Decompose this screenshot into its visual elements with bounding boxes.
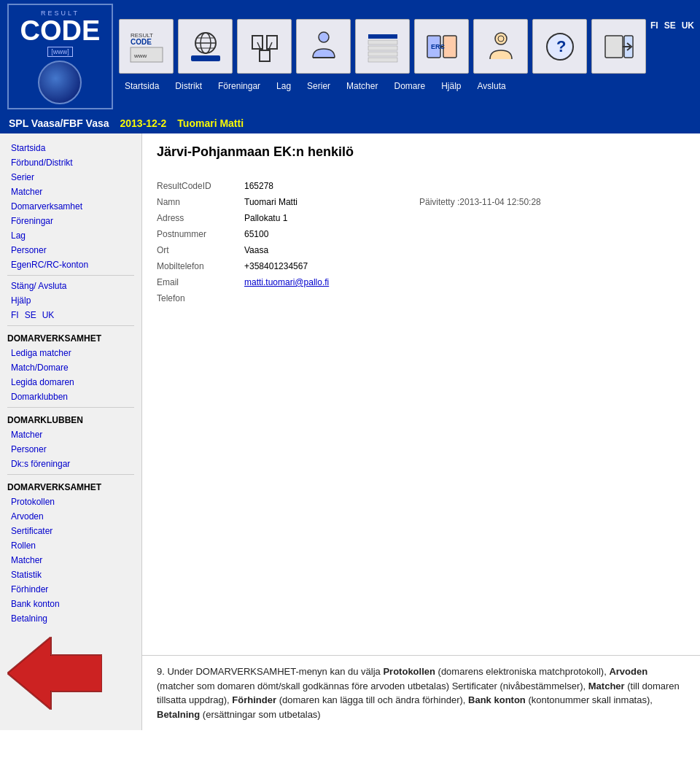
sidebar-domarklubben[interactable]: Domarklubben [0, 390, 141, 404]
sidebar-divider-2 [7, 325, 134, 326]
table-row: Namn Tuomari Matti Päivitetty :2013-11-0… [157, 194, 547, 210]
nav-domare[interactable]: Domare [388, 78, 431, 94]
domare-nav-icon[interactable] [473, 19, 528, 74]
field-label-ort: Ort [157, 242, 244, 258]
svg-rect-23 [443, 36, 456, 58]
table-row: Email matti.tuomari@pallo.fi [157, 274, 547, 290]
field-value-email: matti.tuomari@pallo.fi [244, 274, 390, 290]
svg-text:?: ? [556, 37, 566, 55]
nav-foreningar[interactable]: Föreningar [212, 78, 266, 94]
nav-lag[interactable]: Lag [271, 78, 297, 94]
distrikt-nav-icon[interactable] [178, 19, 233, 74]
sidebar-dk-personer[interactable]: Personer [0, 442, 141, 457]
logo-globe-icon [38, 61, 82, 104]
sidebar-lang: FI SE UK [0, 308, 141, 322]
field-value-adress: Pallokatu 1 [244, 210, 390, 226]
sidebar-protokollen[interactable]: Protokollen [0, 495, 141, 509]
sidebar-arvoden[interactable]: Arvoden [0, 509, 141, 524]
hjalp-nav-icon[interactable]: ? [532, 19, 587, 74]
email-link[interactable]: matti.tuomari@pallo.fi [244, 277, 329, 287]
field-label-adress: Adress [157, 210, 244, 226]
table-row: Mobiltelefon +358401234567 [157, 258, 547, 274]
sidebar-dv-matcher[interactable]: Matcher [0, 553, 141, 567]
sidebar-hjalp[interactable]: Hjälp [0, 293, 141, 308]
bold-matcher: Matcher [588, 681, 625, 691]
bold-betalning: Betalning [157, 709, 200, 720]
top-header: RESULT CODE [www] RESULT CODE www [0, 0, 700, 113]
nav-serier[interactable]: Serier [301, 78, 336, 94]
foreningar-nav-icon[interactable] [237, 19, 292, 74]
svg-rect-9 [191, 55, 220, 61]
sidebar-rollen[interactable]: Rollen [0, 538, 141, 553]
nav-distrikt[interactable]: Distrikt [169, 78, 208, 94]
sidebar-betalning[interactable]: Betalning [0, 611, 141, 626]
bold-protokollen: Protokollen [383, 666, 435, 677]
back-arrow-icon [7, 637, 102, 710]
table-row: Telefon [157, 290, 547, 306]
sidebar-serier[interactable]: Serier [0, 170, 141, 185]
bold-forhinder: Förhinder [232, 694, 276, 705]
sidebar-startsida[interactable]: Startsida [0, 141, 141, 155]
back-arrow-container[interactable] [7, 637, 134, 712]
sidebar-statistik[interactable]: Statistik [0, 567, 141, 582]
sidebar-stang[interactable]: Stäng/ Avsluta [0, 279, 141, 293]
sidebar-foreningar[interactable]: Föreningar [0, 214, 141, 228]
sidebar-dk-matcher[interactable]: Matcher [0, 427, 141, 442]
sidebar-match-domare[interactable]: Match/Domare [0, 360, 141, 375]
field-value-namn: Tuomari Matti [244, 194, 390, 210]
sidebar-forbund[interactable]: Förbund/Distrikt [0, 155, 141, 170]
sidebar-legida-domaren[interactable]: Legida domaren [0, 375, 141, 390]
bottom-paragraph: 9. Under DOMARVERKSAMHET-menyn kan du vä… [157, 665, 685, 721]
serier-nav-icon[interactable] [355, 19, 410, 74]
field-value-postnummer: 65100 [244, 226, 390, 242]
logo-www-text: [www] [47, 47, 73, 57]
lag-nav-icon[interactable] [296, 19, 351, 74]
field-value-telefon [244, 290, 390, 306]
avsluta-nav-icon[interactable] [591, 19, 646, 74]
nav-matcher[interactable]: Matcher [341, 78, 384, 94]
svg-rect-18 [368, 40, 397, 44]
field-value-ort: Vaasa [244, 242, 390, 258]
startsida-nav-icon[interactable]: RESULT CODE www [119, 19, 174, 74]
field-label-telefon: Telefon [157, 290, 244, 306]
club-name: SPL Vaasa/FBF Vasa [9, 117, 109, 129]
logo-inner: RESULT CODE [www] [20, 9, 101, 104]
svg-rect-30 [605, 36, 623, 58]
content-area: Järvi-Pohjanmaan EK:n henkilö ResultCode… [142, 133, 700, 655]
sidebar-domarverksamhet[interactable]: Domarverksamhet [0, 199, 141, 214]
sidebar-sertificater[interactable]: Sertificater [0, 524, 141, 538]
sidebar-lag[interactable]: Lag [0, 228, 141, 243]
svg-rect-20 [368, 52, 397, 56]
sidebar-lediga-matcher[interactable]: Lediga matcher [0, 346, 141, 360]
svg-text:CODE: CODE [131, 38, 152, 46]
sidebar-lang-uk[interactable]: UK [42, 310, 55, 320]
svg-point-15 [319, 32, 329, 42]
lang-fi[interactable]: FI [650, 20, 658, 31]
sidebar-matcher[interactable]: Matcher [0, 185, 141, 199]
nav-startsida[interactable]: Startsida [119, 78, 165, 94]
matcher-nav-icon[interactable]: ERC [414, 19, 469, 74]
sidebar-bank-konton[interactable]: Bank konton [0, 597, 141, 611]
lang-uk[interactable]: UK [682, 20, 694, 31]
svg-rect-12 [260, 50, 270, 61]
sidebar-forhinder[interactable]: Förhinder [0, 582, 141, 597]
logo-box[interactable]: RESULT CODE [www] [7, 4, 113, 109]
main-layout: Startsida Förbund/Distrikt Serier Matche… [0, 133, 700, 730]
field-label-resultcodeid: ResultCodeID [157, 178, 244, 194]
svg-point-26 [495, 33, 507, 44]
sidebar-dk-foreningar[interactable]: Dk:s föreningar [0, 457, 141, 471]
nav-icons-row: RESULT CODE www [119, 19, 646, 78]
sidebar-lang-fi[interactable]: FI [11, 310, 19, 320]
table-row: Ort Vaasa [157, 242, 547, 258]
sidebar: Startsida Förbund/Distrikt Serier Matche… [0, 133, 142, 730]
field-label-namn: Namn [157, 194, 244, 210]
nav-avsluta[interactable]: Avsluta [472, 78, 512, 94]
table-row: ResultCodeID 165278 [157, 178, 547, 194]
sidebar-personer[interactable]: Personer [0, 243, 141, 257]
lang-se[interactable]: SE [664, 20, 676, 31]
sidebar-divider-1 [7, 275, 134, 276]
nav-hjalp[interactable]: Hjälp [435, 78, 467, 94]
bottom-item-number: 9. [157, 666, 165, 677]
sidebar-lang-se[interactable]: SE [25, 310, 36, 320]
sidebar-egenrc[interactable]: EgenRC/RC-konton [0, 257, 141, 272]
